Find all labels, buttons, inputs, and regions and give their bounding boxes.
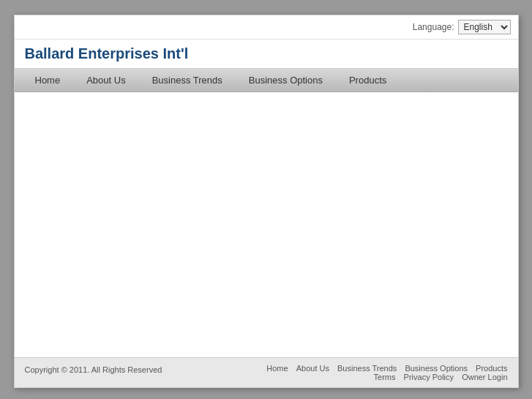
footer-copyright: Copyright © 2011. All Rights Reserved	[25, 364, 162, 374]
footer-privacy-link[interactable]: Privacy Policy	[404, 373, 454, 381]
page-wrapper: Language: English French Spanish Ballard…	[14, 15, 519, 388]
nav-bar: Home About Us Business Trends Business O…	[15, 68, 518, 92]
site-title: Ballard Enterprises Int'l	[15, 40, 518, 68]
footer-links: Home About Us Business Trends Business O…	[261, 364, 507, 381]
footer-products-link[interactable]: Products	[476, 364, 507, 373]
footer-links-row1: Home About Us Business Trends Business O…	[261, 364, 507, 373]
footer-home-link[interactable]: Home	[266, 364, 288, 373]
site-title-link[interactable]: Ballard Enterprises Int'l	[25, 45, 189, 61]
footer-links-row2: Terms Privacy Policy Owner Login	[261, 373, 507, 381]
footer-options-link[interactable]: Business Options	[405, 364, 468, 373]
language-label: Language:	[413, 22, 454, 32]
footer-about-link[interactable]: About Us	[296, 364, 329, 373]
footer-trends-link[interactable]: Business Trends	[337, 364, 397, 373]
main-content	[15, 92, 518, 357]
footer-terms-link[interactable]: Terms	[374, 373, 396, 381]
nav-business-trends[interactable]: Business Trends	[139, 69, 236, 92]
footer: Copyright © 2011. All Rights Reserved Ho…	[15, 357, 518, 387]
nav-products[interactable]: Products	[336, 69, 400, 92]
nav-home[interactable]: Home	[22, 69, 74, 92]
nav-about-us[interactable]: About Us	[73, 69, 138, 92]
nav-business-options[interactable]: Business Options	[236, 69, 336, 92]
language-select[interactable]: English French Spanish	[458, 20, 511, 34]
footer-owner-login-link[interactable]: Owner Login	[462, 373, 507, 381]
top-bar: Language: English French Spanish	[15, 15, 518, 40]
